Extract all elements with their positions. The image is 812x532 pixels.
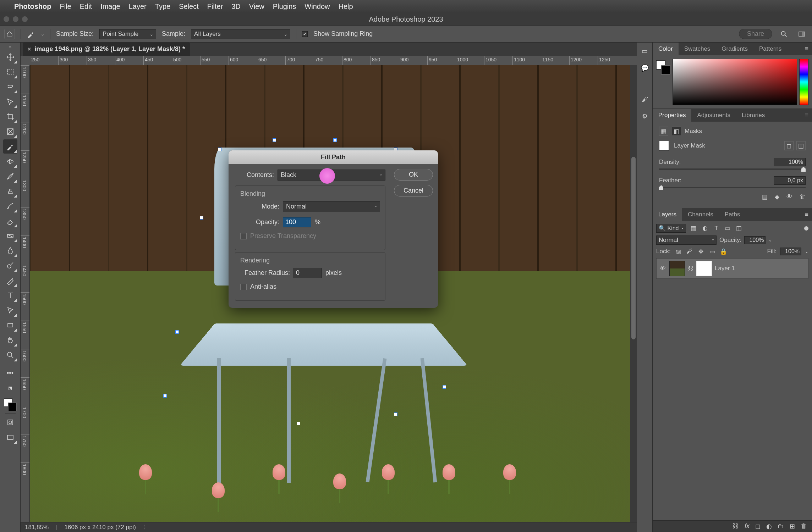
filter-shape-icon[interactable]: ▭: [724, 225, 731, 232]
share-button[interactable]: Share: [739, 29, 772, 39]
mac-menu-bar[interactable]: Photoshop File Edit Image Layer Type Sel…: [0, 0, 812, 13]
filter-pixel-icon[interactable]: ▦: [690, 225, 697, 232]
menu-layer[interactable]: Layer: [129, 2, 147, 11]
patterns-tab[interactable]: Patterns: [753, 43, 787, 55]
libraries-tab[interactable]: Libraries: [736, 109, 770, 122]
path-anchor[interactable]: [297, 422, 300, 425]
zoom-level[interactable]: 181,85%: [25, 524, 49, 531]
adjustments-panel-icon[interactable]: ⚙: [640, 111, 650, 121]
properties-tab[interactable]: Properties: [653, 109, 691, 122]
panel-menu-icon[interactable]: ≡: [801, 211, 812, 218]
lock-position-icon[interactable]: ✥: [697, 248, 705, 255]
panel-menu-icon[interactable]: ≡: [801, 112, 812, 119]
menu-plugins[interactable]: Plugins: [273, 2, 296, 11]
vector-mask-icon[interactable]: ◧: [672, 127, 681, 136]
comments-panel-icon[interactable]: 💬: [640, 63, 650, 73]
object-selection-tool[interactable]: [3, 95, 17, 109]
opacity-chevron-icon[interactable]: ⌄: [768, 238, 772, 243]
brushes-panel-icon[interactable]: 🖌: [640, 94, 650, 104]
history-brush-tool[interactable]: [3, 199, 17, 213]
menu-edit[interactable]: Edit: [80, 2, 92, 11]
layer-row[interactable]: 👁 ⛓ Layer 1: [656, 258, 808, 279]
filter-adjustment-icon[interactable]: ◐: [701, 225, 709, 232]
scrollbar-thumb[interactable]: [631, 157, 636, 339]
vertical-scrollbar[interactable]: [630, 65, 637, 522]
feather-radius-input[interactable]: 0: [293, 268, 322, 278]
path-anchor[interactable]: [200, 216, 203, 220]
ok-button[interactable]: OK: [394, 169, 433, 181]
close-tab-icon[interactable]: ×: [28, 46, 31, 52]
minimize-window-icon[interactable]: [13, 16, 18, 22]
link-icon[interactable]: ⛓: [688, 265, 693, 272]
menu-window[interactable]: Window: [304, 2, 330, 11]
eyedropper-icon[interactable]: [27, 30, 35, 38]
color-field[interactable]: [673, 59, 797, 105]
hue-slider[interactable]: [799, 59, 808, 105]
feather-input[interactable]: [774, 176, 806, 185]
home-button[interactable]: [4, 29, 15, 39]
mask-from-selection-icon[interactable]: ▤: [762, 193, 768, 201]
layers-tab[interactable]: Layers: [653, 208, 682, 221]
traffic-lights[interactable]: [4, 16, 28, 22]
lasso-tool[interactable]: [3, 80, 17, 94]
workspace-switcher[interactable]: [796, 28, 808, 40]
panel-menu-icon[interactable]: ≡: [801, 45, 812, 52]
fill-input[interactable]: 100%: [780, 248, 801, 255]
add-vector-mask-icon[interactable]: ◫: [796, 141, 806, 150]
new-fill-adjustment-icon[interactable]: ◐: [766, 522, 772, 530]
delete-layer-icon[interactable]: 🗑: [801, 522, 807, 530]
app-name[interactable]: Photoshop: [14, 2, 51, 11]
frame-tool[interactable]: [3, 124, 17, 139]
doc-info[interactable]: 1606 px x 2410 px (72 ppi): [65, 524, 136, 531]
dodge-tool[interactable]: [3, 259, 17, 273]
density-input[interactable]: [774, 158, 806, 166]
fgbg-swatches[interactable]: [3, 398, 17, 412]
color-tab[interactable]: Color: [653, 43, 679, 55]
eraser-tool[interactable]: [3, 214, 17, 228]
invert-mask-icon[interactable]: ◆: [775, 193, 779, 201]
filter-type-icon[interactable]: T: [712, 225, 720, 232]
background-swatch[interactable]: [8, 403, 17, 411]
brush-tool[interactable]: [3, 169, 17, 183]
sample-size-select[interactable]: Point Sample: [99, 29, 156, 39]
lock-all-icon[interactable]: 🔒: [720, 248, 728, 255]
density-slider[interactable]: [659, 168, 806, 170]
gradients-tab[interactable]: Gradients: [716, 43, 753, 55]
marquee-tool[interactable]: [3, 65, 17, 79]
menu-type[interactable]: Type: [155, 2, 170, 11]
cancel-button[interactable]: Cancel: [394, 185, 433, 196]
mode-select[interactable]: Normal: [283, 201, 380, 212]
path-anchor[interactable]: [175, 330, 179, 334]
path-selection-tool[interactable]: [3, 303, 17, 317]
horizontal-ruler[interactable]: 250 300 350 400 450 500 550 600 650 700 …: [21, 56, 637, 65]
menu-image[interactable]: Image: [100, 2, 120, 11]
add-pixel-mask-icon[interactable]: ◻: [784, 141, 794, 150]
show-sampling-ring-checkbox[interactable]: ✔: [302, 31, 308, 37]
layer-thumbnail[interactable]: [669, 261, 685, 276]
add-mask-icon[interactable]: ◻: [755, 522, 761, 530]
path-anchor[interactable]: [394, 412, 397, 416]
history-panel-icon[interactable]: ▭: [640, 46, 650, 56]
mask-thumbnail[interactable]: [659, 141, 669, 151]
swatches-tab[interactable]: Swatches: [679, 43, 716, 55]
pixel-mask-icon[interactable]: ▦: [659, 127, 668, 136]
new-group-icon[interactable]: 🗀: [778, 522, 784, 530]
gradient-tool[interactable]: [3, 229, 17, 243]
default-fgbg[interactable]: ⬔: [3, 381, 17, 395]
lock-artboard-icon[interactable]: ▭: [708, 248, 716, 255]
link-layers-icon[interactable]: ⛓: [733, 522, 739, 530]
layer-visibility-icon[interactable]: 👁: [659, 265, 666, 272]
menu-help[interactable]: Help: [339, 2, 353, 11]
menu-file[interactable]: File: [60, 2, 71, 11]
fill-chevron-icon[interactable]: ⌄: [805, 249, 808, 254]
blur-tool[interactable]: [3, 244, 17, 258]
menu-view[interactable]: View: [249, 2, 264, 11]
color-fgbg-swatches[interactable]: [656, 60, 670, 74]
layers-opacity-input[interactable]: 100%: [744, 236, 766, 244]
type-tool[interactable]: [3, 288, 17, 303]
layer-name[interactable]: Layer 1: [715, 265, 735, 272]
layer-mask-thumbnail[interactable]: [696, 261, 712, 276]
hand-tool[interactable]: [3, 333, 17, 347]
tools-collapse-icon[interactable]: »: [9, 45, 11, 50]
document-tab[interactable]: × image 1946.png @ 182% (Layer 1, Layer …: [23, 43, 190, 56]
